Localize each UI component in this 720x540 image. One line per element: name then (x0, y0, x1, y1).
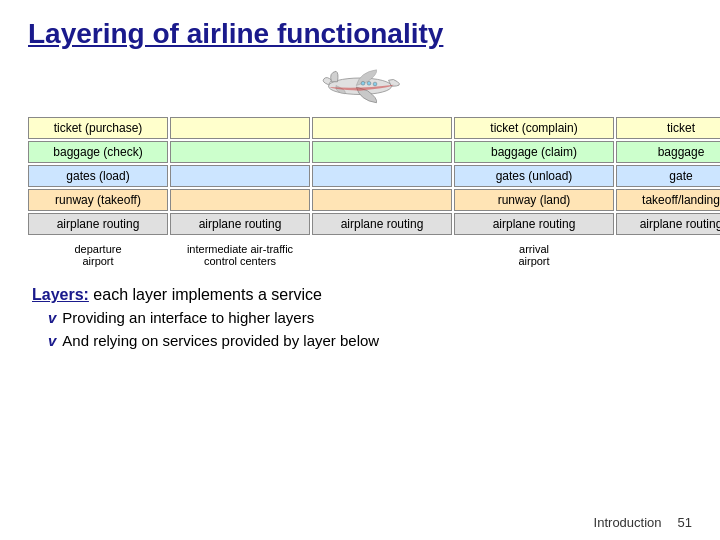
routing-col5: airplane routing (616, 213, 720, 235)
bullet1-text: Providing an interface to higher layers (62, 307, 314, 330)
bullet-line-1: v Providing an interface to higher layer… (48, 307, 692, 330)
ticket-empty2 (312, 117, 452, 139)
diagram-area: ticket (purchase) ticket (complain) tick… (28, 58, 692, 269)
svg-point-1 (373, 82, 377, 86)
gates-unload: gates (unload) (454, 165, 614, 187)
svg-point-3 (361, 81, 365, 85)
svg-point-2 (367, 81, 371, 85)
runway-row: runway (takeoff) runway (land) takeoff/l… (28, 189, 692, 211)
ticket-layer: ticket (616, 117, 720, 139)
baggage-layer: baggage (616, 141, 720, 163)
layers-label: Layers: (32, 286, 89, 303)
baggage-empty2 (312, 141, 452, 163)
baggage-empty1 (170, 141, 310, 163)
routing-col4: airplane routing (454, 213, 614, 235)
baggage-row: baggage (check) baggage (claim) baggage (28, 141, 692, 163)
runway-takeoff: runway (takeoff) (28, 189, 168, 211)
ticket-purchase: ticket (purchase) (28, 117, 168, 139)
gates-layer: gate (616, 165, 720, 187)
runway-empty2 (312, 189, 452, 211)
bullet2-text: And relying on services provided by laye… (62, 330, 379, 353)
bullet-line-2: v And relying on services provided by la… (48, 330, 692, 353)
runway-land: runway (land) (454, 189, 614, 211)
baggage-check: baggage (check) (28, 141, 168, 163)
gates-load: gates (load) (28, 165, 168, 187)
label-right-empty (616, 241, 720, 269)
column-labels: departureairport intermediate air-traffi… (28, 241, 692, 269)
label-empty (312, 241, 452, 269)
ticket-row: ticket (purchase) ticket (complain) tick… (28, 117, 692, 139)
gates-empty2 (312, 165, 452, 187)
airplane-routing-row: airplane routing airplane routing airpla… (28, 213, 692, 235)
ticket-complain: ticket (complain) (454, 117, 614, 139)
ticket-empty1 (170, 117, 310, 139)
baggage-claim: baggage (claim) (454, 141, 614, 163)
runway-layer: takeoff/landing (616, 189, 720, 211)
layers-table: ticket (purchase) ticket (complain) tick… (28, 117, 692, 269)
runway-empty1 (170, 189, 310, 211)
gates-empty1 (170, 165, 310, 187)
gates-row: gates (load) gates (unload) gate (28, 165, 692, 187)
label-departure: departureairport (28, 241, 168, 269)
bottom-text: Layers: each layer implements a service … (28, 283, 692, 352)
routing-col1: airplane routing (28, 213, 168, 235)
page-title: Layering of airline functionality (28, 18, 692, 50)
layers-intro-line: Layers: each layer implements a service (32, 283, 692, 307)
footer-section: Introduction (594, 515, 662, 530)
footer: Introduction 51 (594, 515, 692, 530)
layers-intro: each layer implements a service (89, 286, 322, 303)
label-arrival: arrivalairport (454, 241, 614, 269)
label-intermediate: intermediate air-trafficcontrol centers (170, 241, 310, 269)
footer-page: 51 (678, 515, 692, 530)
routing-col3: airplane routing (312, 213, 452, 235)
airplane-image (315, 58, 405, 113)
routing-col2: airplane routing (170, 213, 310, 235)
